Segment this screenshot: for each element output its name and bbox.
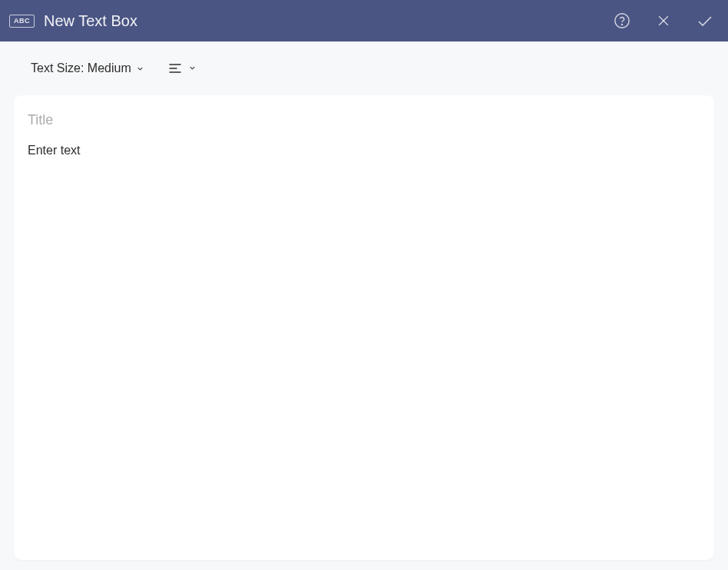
svg-point-1 xyxy=(622,25,623,25)
text-size-label: Text Size: Medium xyxy=(31,61,131,75)
help-icon xyxy=(614,12,630,29)
help-button[interactable] xyxy=(613,12,631,30)
close-button[interactable] xyxy=(654,12,673,30)
header-actions xyxy=(613,12,714,30)
align-left-icon xyxy=(167,60,184,77)
chevron-down-icon xyxy=(188,61,197,75)
toolbar: Text Size: Medium xyxy=(0,41,728,88)
header-bar: ABC New Text Box xyxy=(0,0,728,41)
page-title: New Text Box xyxy=(44,12,137,30)
close-icon xyxy=(656,13,671,28)
alignment-dropdown[interactable] xyxy=(167,60,197,77)
header-left: ABC New Text Box xyxy=(9,12,613,30)
chevron-down-icon xyxy=(136,64,145,73)
content-card xyxy=(14,95,714,560)
body-textarea[interactable] xyxy=(28,133,700,548)
confirm-button[interactable] xyxy=(696,12,714,30)
text-size-dropdown[interactable]: Text Size: Medium xyxy=(31,61,145,75)
svg-point-0 xyxy=(615,14,629,28)
checkmark-icon xyxy=(696,12,714,30)
abc-badge-icon: ABC xyxy=(9,15,35,28)
title-input[interactable] xyxy=(28,108,700,133)
